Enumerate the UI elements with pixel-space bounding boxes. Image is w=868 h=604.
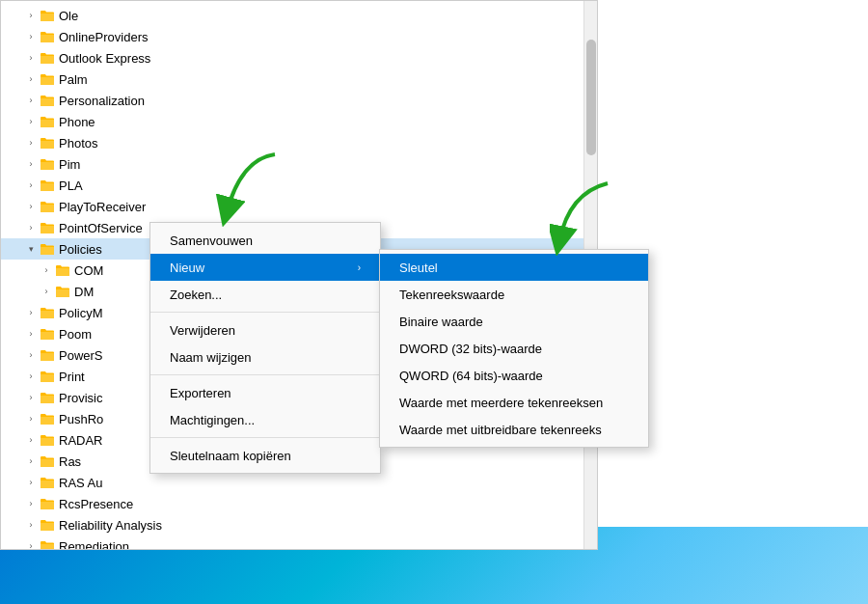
folder-icon (40, 454, 55, 468)
tree-chevron[interactable]: › (24, 157, 38, 171)
tree-chevron[interactable]: › (24, 476, 38, 489)
menu-item-label: Sleutelnaam kopiëren (170, 449, 291, 463)
tree-chevron[interactable]: › (24, 306, 38, 319)
folder-icon (40, 306, 55, 319)
tree-item-personalization[interactable]: › Personalization (1, 90, 597, 111)
tree-chevron[interactable]: › (24, 94, 38, 107)
tree-item-label: RADAR (59, 433, 103, 448)
tree-chevron[interactable]: › (24, 30, 38, 43)
tree-chevron[interactable]: › (24, 348, 38, 362)
folder-icon (40, 476, 55, 489)
context-menu[interactable]: SamenvouwenNieuw›Zoeken...VerwijderenNaa… (149, 222, 381, 474)
tree-item-label: PLA (59, 178, 83, 193)
tree-item-label: Poom (59, 327, 92, 342)
tree-chevron[interactable]: › (24, 221, 38, 234)
folder-icon (55, 263, 70, 277)
folder-icon (40, 327, 55, 341)
tree-chevron[interactable]: › (24, 433, 38, 447)
submenu-item-tekenreekswaarde[interactable]: Tekenreekswaarde (380, 281, 648, 308)
tree-item-outlook-express[interactable]: › Outlook Express (1, 47, 597, 69)
tree-item-label: RcsPresence (59, 497, 133, 511)
folder-icon (40, 30, 55, 43)
submenu-item-qword--64-bits--waarde[interactable]: QWORD (64 bits)-waarde (380, 362, 648, 389)
folder-icon (40, 433, 55, 447)
tree-item-label: Ole (59, 9, 78, 23)
submenu-item-waarde-met-meerdere-tekenreeksen[interactable]: Waarde met meerdere tekenreeksen (380, 389, 648, 416)
tree-chevron[interactable]: › (24, 200, 38, 213)
tree-item-label: DM (74, 285, 94, 299)
tree-chevron[interactable]: › (24, 518, 38, 532)
tree-chevron[interactable]: › (24, 327, 38, 341)
tree-item-ole[interactable]: › Ole (1, 5, 597, 26)
tree-item-label: Reliability Analysis (59, 518, 162, 533)
tree-item-label: Personalization (59, 94, 145, 108)
menu-item-verwijderen[interactable]: Verwijderen (150, 316, 380, 343)
tree-item-label: Photos (59, 136, 97, 151)
tree-chevron[interactable]: › (24, 539, 38, 549)
tree-item-label: PowerS (59, 348, 103, 363)
tree-item-onlineproviders[interactable]: › OnlineProviders (1, 26, 597, 47)
tree-item-label: Policies (59, 242, 102, 257)
menu-item-samenvouwen[interactable]: Samenvouwen (150, 227, 380, 254)
tree-item-label: Pim (59, 157, 80, 172)
tree-chevron[interactable]: › (24, 115, 38, 128)
tree-chevron[interactable]: › (24, 178, 38, 192)
tree-item-remediation[interactable]: › Remediation (1, 535, 597, 549)
tree-chevron[interactable]: › (24, 497, 38, 510)
tree-chevron[interactable]: › (40, 263, 53, 277)
submenu-arrow-icon: › (358, 262, 361, 273)
submenu-nieuw[interactable]: SleutelTekenreekswaardeBinaire waardeDWO… (379, 249, 649, 448)
tree-item-label: PushRo (59, 412, 103, 426)
tree-chevron[interactable]: ▾ (24, 242, 38, 256)
menu-item-label: Exporteren (170, 386, 231, 400)
menu-item-naam-wijzigen[interactable]: Naam wijzigen (150, 343, 380, 371)
tree-item-reliability-analysis[interactable]: › Reliability Analysis (1, 514, 597, 535)
submenu-item-binaire-waarde[interactable]: Binaire waarde (380, 308, 648, 335)
menu-item-label: Samenvouwen (170, 233, 253, 248)
tree-item-label: Ras (59, 454, 81, 469)
tree-item-label: Palm (59, 72, 88, 87)
folder-icon (40, 242, 55, 256)
scrollbar-thumb[interactable] (586, 40, 596, 155)
folder-icon (40, 200, 55, 213)
menu-item-machtigingen---[interactable]: Machtigingen... (150, 406, 380, 433)
submenu-item-waarde-met-uitbreidbare-tekenreeks[interactable]: Waarde met uitbreidbare tekenreeks (380, 416, 648, 443)
tree-item-palm[interactable]: › Palm (1, 69, 597, 90)
tree-chevron[interactable]: › (24, 412, 38, 426)
tree-item-phone[interactable]: › Phone (1, 111, 597, 132)
folder-icon (40, 391, 55, 404)
tree-chevron[interactable]: › (24, 136, 38, 150)
folder-icon (40, 94, 55, 107)
submenu-item-dword--32-bits--waarde[interactable]: DWORD (32 bits)-waarde (380, 335, 648, 362)
tree-item-playtoreceiver[interactable]: › PlayToReceiver (1, 196, 597, 217)
tree-item-label: Remediation (59, 539, 129, 550)
tree-chevron[interactable]: › (24, 72, 38, 86)
tree-chevron[interactable]: › (24, 51, 38, 65)
tree-item-rcspresence[interactable]: › RcsPresence (1, 493, 597, 514)
menu-item-zoeken---[interactable]: Zoeken... (150, 281, 380, 308)
tree-item-pla[interactable]: › PLA (1, 175, 597, 196)
tree-chevron[interactable]: › (24, 9, 38, 22)
folder-icon (40, 518, 55, 532)
menu-item-label: Zoeken... (170, 288, 222, 302)
tree-chevron[interactable]: › (24, 391, 38, 404)
tree-chevron[interactable]: › (40, 285, 53, 298)
menu-item-exporteren[interactable]: Exporteren (150, 379, 380, 406)
folder-icon (40, 9, 55, 22)
submenu-item-sleutel[interactable]: Sleutel (380, 254, 648, 281)
menu-separator (150, 437, 380, 438)
menu-separator (150, 374, 380, 375)
folder-icon (40, 136, 55, 150)
tree-chevron[interactable]: › (24, 454, 38, 468)
menu-item-sleutelnaam-kopiëren[interactable]: Sleutelnaam kopiëren (150, 442, 380, 469)
tree-item-photos[interactable]: › Photos (1, 132, 597, 153)
menu-item-nieuw[interactable]: Nieuw› (150, 254, 380, 281)
tree-chevron[interactable]: › (24, 370, 38, 383)
tree-item-pim[interactable]: › Pim (1, 153, 597, 175)
folder-icon (40, 539, 55, 549)
folder-icon (40, 178, 55, 192)
menu-item-label: Verwijderen (170, 323, 235, 338)
tree-item-label: PolicyM (59, 306, 103, 320)
tree-item-ras-au[interactable]: › RAS Au (1, 472, 597, 493)
folder-icon (40, 115, 55, 128)
